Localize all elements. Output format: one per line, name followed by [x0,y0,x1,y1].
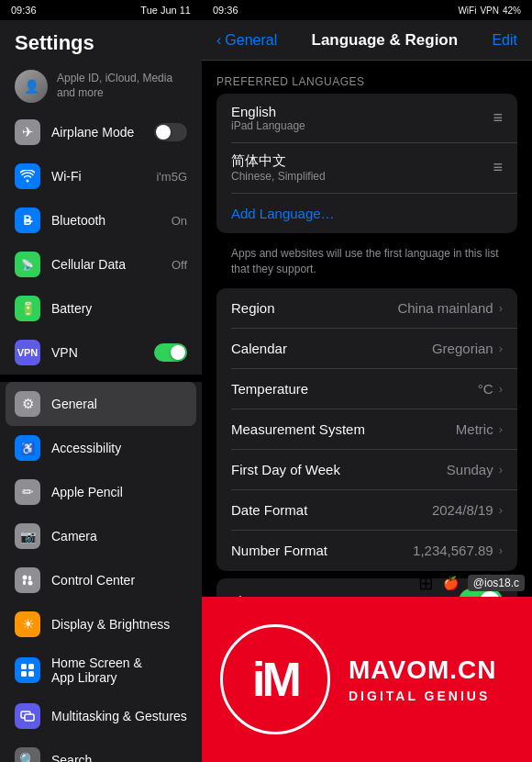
sidebar-item-apple-pencil[interactable]: ✏ Apple Pencil [0,470,202,514]
homescreen-icon [15,657,40,683]
wifi-icon [15,163,40,189]
temperature-label: Temperature [231,381,478,397]
sidebar-item-battery[interactable]: 🔋 Battery [0,286,202,331]
sidebar-item-homescreen[interactable]: Home Screen &App Library [0,646,202,694]
battery-icon: 🔋 [15,296,40,321]
number-format-row[interactable]: Number Format 1,234,567.89 › [216,531,517,571]
temperature-value: °C [478,381,493,397]
sidebar-item-label: Bluetooth [51,213,161,228]
sidebar-item-label: Camera [51,529,187,543]
watermark-site: MAVOM.CN [349,656,496,685]
airplane-mode-icon: ✈ [15,119,40,145]
date-format-value: 2024/8/19 [432,502,493,518]
add-language-button[interactable]: Add Language… [231,206,335,221]
general-icon: ⚙ [15,391,40,417]
sidebar-item-search[interactable]: 🔍 Search [0,738,202,762]
language-name: 简体中文 [231,152,485,170]
display-icon: ☀ [15,611,40,637]
date-format-row[interactable]: Date Format 2024/8/19 › [216,490,517,531]
sidebar-item-control-center[interactable]: Control Center [0,558,202,602]
bluetooth-icon: B̶ [15,207,40,233]
sidebar-item-airplane-mode[interactable]: ✈ Airplane Mode [0,110,202,154]
sidebar-item-general[interactable]: ⚙ General [6,382,196,426]
sidebar-item-wifi[interactable]: Wi-Fi i'm5G [0,154,202,198]
sidebar-item-label: Battery [51,301,187,316]
measurement-value: Metric [456,421,493,437]
search-icon: 🔍 [15,747,40,762]
watermark-logo-text: iM [252,652,298,707]
sidebar-item-vpn[interactable]: VPN VPN [0,331,202,375]
right-panel: 09:36 WiFi VPN 42% ‹ General Language & … [202,0,532,762]
chevron-right-icon: › [499,301,503,315]
sidebar-item-label: Home Screen &App Library [51,656,187,685]
measurement-row[interactable]: Measurement System Metric › [216,409,517,450]
airplane-mode-toggle[interactable] [154,123,187,141]
calendar-row[interactable]: Calendar Gregorian › [216,329,517,369]
language-row-english[interactable]: English iPad Language ≡ [216,94,517,142]
status-time-right: 09:36 [213,5,238,16]
chevron-right-icon: › [499,382,503,396]
watermark-text-block: MAVOM.CN DIGITAL GENIUS [349,656,496,703]
chevron-right-icon: › [499,422,503,436]
status-bar-right: 09:36 WiFi VPN 42% [202,0,532,20]
first-day-value: Sunday [447,462,493,477]
svg-point-1 [28,581,33,586]
separator [0,375,202,382]
sidebar-item-label: General [51,397,187,411]
sidebar-item-label: Wi-Fi [51,169,145,184]
toggle-thumb [156,125,171,140]
svg-rect-7 [28,671,34,677]
number-format-label: Number Format [231,543,413,558]
sidebar-item-label: Apple Pencil [51,485,187,499]
sidebar-item-label: Accessibility [51,441,187,455]
region-row[interactable]: Region China mainland › [216,288,517,329]
sidebar-item-bluetooth[interactable]: B̶ Bluetooth On [0,198,202,242]
language-row-chinese[interactable]: 简体中文 Chinese, Simplified ≡ [216,142,517,193]
sidebar-item-accessibility[interactable]: ♿ Accessibility [0,426,202,470]
first-day-label: First Day of Week [231,462,447,477]
languages-group: English iPad Language ≡ 简体中文 Chinese, Si… [216,94,517,233]
profile-text: Apple ID, iCloud, Mediaand more [57,72,172,100]
status-icons: WiFi VPN 42% [458,6,521,16]
back-button[interactable]: ‹ General [216,32,277,49]
chevron-right-icon: › [499,342,503,355]
sidebar-item-label: Display & Brightness [51,617,187,632]
status-time: 09:36 [11,5,37,16]
add-language-row[interactable]: Add Language… [216,193,517,233]
sidebar-profile[interactable]: 👤 Apple ID, iCloud, Mediaand more [0,62,202,110]
toggle-thumb-on [171,345,185,360]
vpn-status-icon: VPN [480,6,499,16]
preferred-languages-header: PREFERRED LANGUAGES [202,61,532,94]
chinese-language: 简体中文 Chinese, Simplified [231,152,485,183]
english-language: English iPad Language [231,104,485,132]
language-name: English [231,104,485,119]
sidebar: 09:36 Tue Jun 11 Settings 👤 Apple ID, iC… [0,0,202,762]
watermark-overlay: iM MAVOM.CN DIGITAL GENIUS [202,597,532,762]
watermark-logo: iM [220,624,330,734]
first-day-row[interactable]: First Day of Week Sunday › [216,450,517,490]
wifi-status-icon: WiFi [458,6,476,16]
sidebar-item-camera[interactable]: 📷 Camera [0,514,202,558]
edit-button[interactable]: Edit [492,32,517,49]
pencil-icon: ✏ [15,479,40,505]
battery-status: 42% [503,6,521,16]
number-format-value: 1,234,567.89 [413,543,493,558]
sidebar-item-multitasking[interactable]: Multitasking & Gestures [0,694,202,738]
grid-icon[interactable]: ⊞ [418,572,434,594]
sidebar-list: ✈ Airplane Mode Wi-Fi i'm5G B̶ B [0,110,202,762]
sidebar-item-cellular[interactable]: 📡 Cellular Data Off [0,242,202,286]
temperature-row[interactable]: Temperature °C › [216,369,517,409]
watermark-tagline: DIGITAL GENIUS [349,689,496,703]
vpn-toggle[interactable] [154,343,187,362]
status-bar-left: 09:36 Tue Jun 11 [0,0,202,20]
chevron-right-icon: › [499,503,503,517]
sidebar-item-display[interactable]: ☀ Display & Brightness [0,602,202,646]
chevron-right-icon: › [499,463,503,476]
sidebar-bluetooth-value: On [172,214,187,228]
back-label: General [225,32,277,49]
sidebar-item-label: Cellular Data [51,257,161,272]
region-settings-group: Region China mainland › Calendar Gregori… [216,288,517,571]
chevron-left-icon: ‹ [216,32,221,49]
date-format-label: Date Format [231,502,432,518]
camera-icon: 📷 [15,523,40,549]
